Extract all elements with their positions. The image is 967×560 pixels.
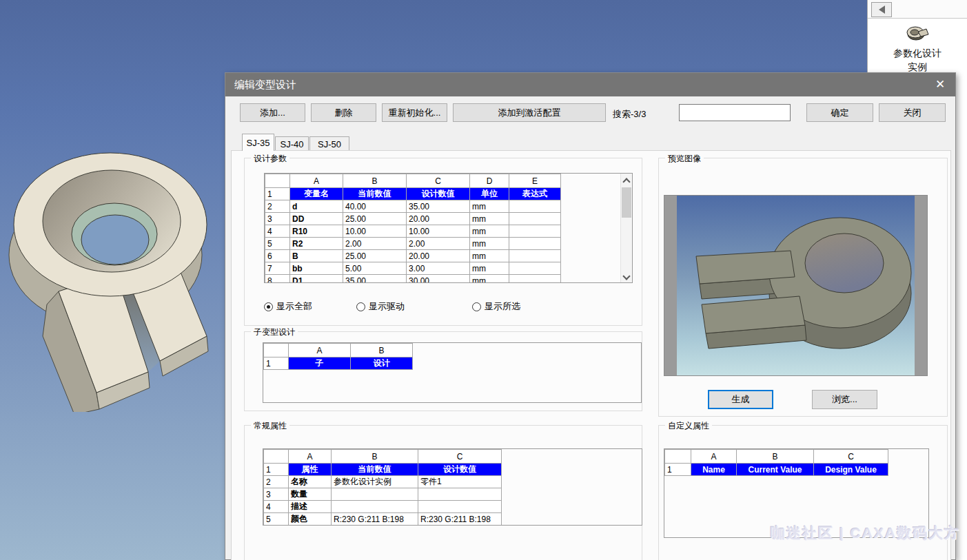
- cell-unit[interactable]: mm: [470, 200, 509, 213]
- grid-corner-cell[interactable]: [264, 450, 289, 464]
- radio-show-all[interactable]: 显示全部: [264, 300, 312, 313]
- add-to-active-config-button[interactable]: 添加到激活配置: [453, 103, 606, 122]
- vertical-scrollbar[interactable]: [620, 174, 632, 282]
- header-cell[interactable]: 设计: [351, 357, 413, 370]
- cell-design[interactable]: 3.00: [407, 262, 470, 275]
- cell-expression[interactable]: [509, 200, 561, 213]
- dialog-titlebar[interactable]: 编辑变型设计 ✕: [225, 73, 955, 96]
- col-header[interactable]: B: [343, 174, 407, 188]
- header-cell[interactable]: 当前数值: [332, 464, 418, 476]
- cell-unit[interactable]: mm: [470, 262, 509, 275]
- cell-unit[interactable]: mm: [470, 275, 509, 284]
- library-item-parametric-design[interactable]: 参数化设计 实例: [868, 25, 967, 74]
- header-cell[interactable]: 属性: [289, 464, 332, 476]
- col-header[interactable]: C: [407, 174, 470, 188]
- header-cell[interactable]: 子: [289, 357, 351, 370]
- col-header[interactable]: E: [509, 174, 561, 188]
- radio-show-driving[interactable]: 显示驱动: [356, 300, 405, 313]
- browse-button[interactable]: 浏览...: [812, 390, 877, 409]
- tab-sj-50[interactable]: SJ-50: [309, 136, 349, 151]
- cell-current[interactable]: 5.00: [343, 262, 407, 275]
- col-header[interactable]: B: [351, 344, 413, 357]
- cell-design[interactable]: 零件1: [418, 476, 502, 488]
- header-cell[interactable]: 设计数值: [418, 464, 502, 476]
- col-header[interactable]: B: [332, 450, 418, 464]
- row-header[interactable]: 4: [264, 501, 289, 513]
- cell-expression[interactable]: [509, 213, 561, 225]
- cell-unit[interactable]: mm: [470, 250, 509, 262]
- cell-current[interactable]: 10.00: [343, 225, 407, 238]
- cell-design[interactable]: [418, 488, 502, 501]
- row-header[interactable]: 5: [265, 238, 290, 250]
- header-cell[interactable]: 单位: [470, 188, 509, 200]
- add-button[interactable]: 添加...: [240, 103, 305, 122]
- col-header[interactable]: B: [737, 450, 814, 464]
- cell-design[interactable]: 2.00: [407, 238, 470, 250]
- cell-unit[interactable]: mm: [470, 238, 509, 250]
- tab-sj-40[interactable]: SJ-40: [275, 136, 309, 151]
- cell-expression[interactable]: [509, 238, 561, 250]
- cell-current[interactable]: 2.00: [343, 238, 407, 250]
- cell-variable[interactable]: R10: [290, 225, 343, 238]
- col-header[interactable]: A: [289, 344, 351, 357]
- header-cell[interactable]: Name: [691, 464, 737, 476]
- header-cell[interactable]: 表达式: [509, 188, 561, 200]
- cell-expression[interactable]: [509, 275, 561, 284]
- cell-current[interactable]: 40.00: [343, 200, 407, 213]
- scroll-down-icon[interactable]: [622, 272, 630, 280]
- row-header[interactable]: 2: [264, 476, 289, 488]
- radio-show-selected[interactable]: 显示所选: [472, 300, 520, 313]
- scrollbar-thumb[interactable]: [622, 187, 631, 218]
- cell-variable[interactable]: d: [290, 200, 343, 213]
- ok-button[interactable]: 确定: [806, 103, 873, 122]
- row-header[interactable]: 2: [265, 200, 290, 213]
- col-header[interactable]: A: [691, 450, 737, 464]
- cell-expression[interactable]: [509, 225, 561, 238]
- cell-design[interactable]: 10.00: [407, 225, 470, 238]
- cell-expression[interactable]: [509, 262, 561, 275]
- cell-current[interactable]: [332, 488, 418, 501]
- cell-current[interactable]: 参数化设计实例: [332, 476, 418, 488]
- grid-corner-cell[interactable]: [264, 344, 289, 357]
- grid-corner-cell[interactable]: [665, 450, 691, 464]
- cell-property[interactable]: 名称: [289, 476, 332, 488]
- cell-variable[interactable]: B: [290, 250, 343, 262]
- cell-current[interactable]: 35.00: [343, 275, 407, 284]
- row-header[interactable]: 6: [265, 250, 290, 262]
- scroll-up-icon[interactable]: [622, 178, 630, 185]
- row-header[interactable]: 4: [265, 225, 290, 238]
- row-header[interactable]: 1: [265, 188, 290, 200]
- cell-design[interactable]: 20.00: [407, 250, 470, 262]
- col-header[interactable]: C: [418, 450, 502, 464]
- row-header[interactable]: 1: [665, 464, 691, 476]
- grid-corner-cell[interactable]: [265, 174, 290, 188]
- cell-variable[interactable]: bb: [290, 262, 343, 275]
- cell-color-current[interactable]: R:230 G:211 B:198: [332, 513, 418, 526]
- col-header[interactable]: D: [470, 174, 509, 188]
- cell-expression[interactable]: [509, 250, 561, 262]
- row-header[interactable]: 3: [264, 488, 289, 501]
- row-header[interactable]: 1: [264, 464, 289, 476]
- header-cell[interactable]: 变量名: [290, 188, 343, 200]
- delete-button[interactable]: 删除: [311, 103, 376, 122]
- col-header[interactable]: C: [814, 450, 888, 464]
- tab-sj-35[interactable]: SJ-35: [242, 134, 274, 151]
- search-input[interactable]: [679, 104, 791, 121]
- row-header[interactable]: 5: [264, 513, 289, 526]
- header-cell[interactable]: 当前数值: [343, 188, 407, 200]
- row-header[interactable]: 7: [265, 262, 290, 275]
- cell-design[interactable]: [418, 501, 502, 513]
- back-button[interactable]: [871, 2, 892, 17]
- cell-unit[interactable]: mm: [470, 225, 509, 238]
- col-header[interactable]: A: [289, 450, 332, 464]
- row-header[interactable]: 8: [265, 275, 290, 284]
- cell-variable[interactable]: DD: [290, 213, 343, 225]
- cell-property[interactable]: 颜色: [289, 513, 332, 526]
- header-cell[interactable]: 设计数值: [407, 188, 470, 200]
- cell-current[interactable]: 25.00: [343, 213, 407, 225]
- row-header[interactable]: 1: [264, 357, 289, 370]
- cell-unit[interactable]: mm: [470, 213, 509, 225]
- cell-color-design[interactable]: R:230 G:211 B:198: [418, 513, 502, 526]
- cell-current[interactable]: [332, 501, 418, 513]
- cell-design[interactable]: 35.00: [407, 200, 470, 213]
